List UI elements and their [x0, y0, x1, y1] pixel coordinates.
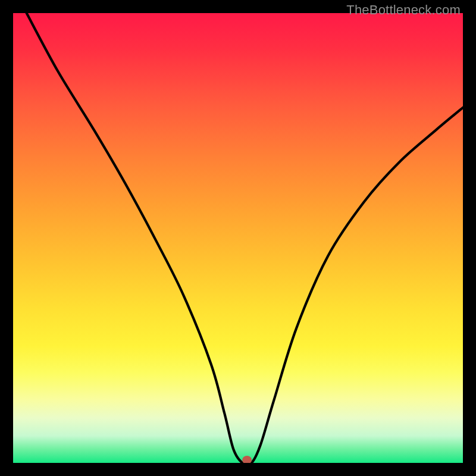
curve-path: [27, 13, 463, 463]
chart-plot-area: [13, 13, 463, 463]
optimal-marker: [242, 456, 252, 463]
chart-frame: TheBottleneck.com: [0, 0, 476, 476]
watermark-label: TheBottleneck.com: [346, 2, 461, 18]
bottleneck-curve: [13, 13, 463, 463]
